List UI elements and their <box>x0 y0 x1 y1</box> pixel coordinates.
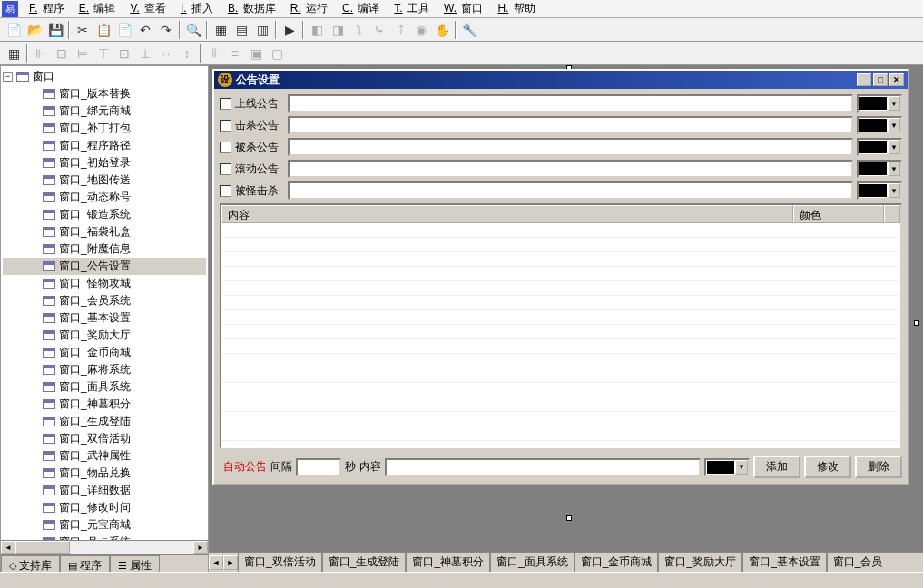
row-checkbox[interactable] <box>220 98 231 110</box>
layout3-icon[interactable]: ▥ <box>252 20 272 40</box>
editor-tab[interactable]: 窗口_双倍活动 <box>238 553 322 573</box>
modify-button[interactable]: 修改 <box>804 456 851 478</box>
save-icon[interactable]: 💾 <box>45 20 65 40</box>
tree-item[interactable]: 窗口_福袋礼盒 <box>3 223 206 240</box>
tree-item[interactable]: 窗口_详细数据 <box>3 482 206 499</box>
tree-item[interactable]: 窗口_双倍活动 <box>3 430 206 447</box>
tab-scroll-left[interactable]: ◄ <box>209 555 223 570</box>
row-color-combo[interactable]: ▼ <box>857 181 902 200</box>
editor-tab[interactable]: 窗口_奖励大厅 <box>658 553 742 573</box>
row-text-input[interactable] <box>288 94 853 113</box>
layout2-icon[interactable]: ▤ <box>231 20 251 40</box>
menu-w[interactable]: W. 窗口 <box>437 0 490 18</box>
tree-item[interactable]: 窗口_附魔信息 <box>3 240 206 258</box>
tree-item[interactable]: 窗口_金币商城 <box>3 344 206 361</box>
announcement-listview[interactable]: 内容 颜色 <box>220 203 902 448</box>
tree-item[interactable]: 窗口_会员系统 <box>3 292 206 309</box>
wizard-icon[interactable]: 🔧 <box>459 20 479 40</box>
tree-item[interactable]: 窗口_月卡系统 <box>3 534 206 540</box>
row-checkbox[interactable] <box>220 142 231 153</box>
row-checkbox[interactable] <box>220 185 231 197</box>
tree-item[interactable]: 窗口_锻造系统 <box>3 206 206 223</box>
interval-input[interactable] <box>296 458 341 476</box>
row-text-input[interactable] <box>288 160 853 178</box>
cut-icon[interactable]: ✂ <box>73 20 93 40</box>
window-icon <box>43 416 55 426</box>
tree-item[interactable]: 窗口_面具系统 <box>3 378 206 396</box>
row-color-combo[interactable]: ▼ <box>857 116 902 134</box>
window-icon <box>43 279 55 289</box>
editor-tab[interactable]: 窗口_基本设置 <box>742 553 827 573</box>
tree-item[interactable]: 窗口_基本设置 <box>3 309 206 327</box>
tree-item[interactable]: 窗口_物品兑换 <box>3 465 206 482</box>
grid-icon[interactable]: ▦ <box>4 44 24 64</box>
tree-item[interactable]: 窗口_怪物攻城 <box>3 275 206 292</box>
tree-item[interactable]: 窗口_地图传送 <box>3 172 206 189</box>
tree-item[interactable]: 窗口_动态称号 <box>3 189 206 206</box>
tree-h-scrollbar[interactable]: ◄► <box>1 540 208 554</box>
menu-c[interactable]: C. 编译 <box>335 0 387 18</box>
editor-tab[interactable]: 窗口_金币商城 <box>574 553 659 573</box>
auto-color-combo[interactable]: ▼ <box>704 458 750 476</box>
minimize-button[interactable]: _ <box>857 74 871 86</box>
menu-f[interactable]: F. 程序 <box>22 0 72 18</box>
open-file-icon[interactable]: 📂 <box>25 20 44 40</box>
tree-item[interactable]: 窗口_奖励大厅 <box>3 327 206 344</box>
new-file-icon[interactable]: 📄 <box>4 20 24 40</box>
tree-item[interactable]: 窗口_神墓积分 <box>3 396 206 413</box>
tree-item-label: 窗口_公告设置 <box>59 259 131 274</box>
tree-item[interactable]: 窗口_公告设置 <box>3 258 206 275</box>
delete-button[interactable]: 删除 <box>855 456 902 478</box>
undo-icon[interactable]: ↶ <box>135 20 155 40</box>
tree-item[interactable]: 窗口_元宝商城 <box>3 516 206 534</box>
dist-v-icon: ≡ <box>225 44 245 64</box>
tree-item[interactable]: 窗口_麻将系统 <box>3 361 206 378</box>
content-input[interactable] <box>385 458 701 476</box>
editor-tab[interactable]: 窗口_神墓积分 <box>406 553 490 573</box>
tree-item[interactable]: 窗口_补丁打包 <box>3 120 206 137</box>
window-icon <box>43 468 55 478</box>
tab-scroll-right[interactable]: ► <box>223 555 238 570</box>
tree-item[interactable]: 窗口_生成登陆 <box>3 413 206 430</box>
add-button[interactable]: 添加 <box>753 456 800 478</box>
redo-icon[interactable]: ↷ <box>156 20 176 40</box>
tree-item[interactable]: 窗口_修改时间 <box>3 499 206 516</box>
layout1-icon[interactable]: ▦ <box>211 20 231 40</box>
row-color-combo[interactable]: ▼ <box>857 138 902 156</box>
tree-item[interactable]: 窗口_初始登录 <box>3 154 206 172</box>
close-button[interactable]: ✕ <box>889 74 904 86</box>
paste-icon[interactable]: 📄 <box>114 20 134 40</box>
menu-t[interactable]: T. 工具 <box>387 0 437 18</box>
editor-tab[interactable]: 窗口_面具系统 <box>490 553 574 573</box>
row-text-input[interactable] <box>288 138 853 156</box>
row-checkbox[interactable] <box>220 120 231 132</box>
find-icon[interactable]: 🔍 <box>183 20 203 40</box>
row-text-input[interactable] <box>288 181 853 200</box>
form-designer[interactable]: 设 公告设置 _ □ ✕ 上线公告▼击杀公告▼被杀公告▼滚动公告▼被怪击杀▼ 内… <box>209 65 923 575</box>
menu-h[interactable]: H. 帮助 <box>490 0 542 18</box>
listview-body[interactable] <box>221 223 900 448</box>
editor-tab[interactable]: 窗口_生成登陆 <box>322 553 407 573</box>
copy-icon[interactable]: 📋 <box>93 20 113 40</box>
col-color[interactable]: 颜色 <box>793 205 884 223</box>
menu-v[interactable]: V. 查看 <box>123 0 173 18</box>
tree-item[interactable]: 窗口_版本替换 <box>3 85 206 103</box>
col-content[interactable]: 内容 <box>221 205 793 223</box>
editor-tab[interactable]: 窗口_会员 <box>827 553 889 573</box>
tree-item[interactable]: 窗口_程序路径 <box>3 137 206 154</box>
tree-item[interactable]: 窗口_绑元商城 <box>3 103 206 120</box>
menu-b[interactable]: B. 数据库 <box>221 0 283 18</box>
row-text-input[interactable] <box>288 116 853 134</box>
menu-r[interactable]: R. 运行 <box>283 0 335 18</box>
project-tree[interactable]: − 窗口 窗口_版本替换窗口_绑元商城窗口_补丁打包窗口_程序路径窗口_初始登录… <box>1 66 208 540</box>
row-color-combo[interactable]: ▼ <box>857 160 902 178</box>
form-window[interactable]: 设 公告设置 _ □ ✕ 上线公告▼击杀公告▼被杀公告▼滚动公告▼被怪击杀▼ 内… <box>212 69 909 485</box>
row-checkbox[interactable] <box>220 163 231 175</box>
menu-i[interactable]: I. 插入 <box>173 0 221 18</box>
run-icon[interactable]: ▶ <box>280 20 299 40</box>
tree-item[interactable]: 窗口_武神属性 <box>3 447 206 465</box>
maximize-button[interactable]: □ <box>873 74 888 86</box>
tree-collapse-icon[interactable]: − <box>3 72 13 82</box>
menu-e[interactable]: E. 编辑 <box>72 0 123 18</box>
row-color-combo[interactable]: ▼ <box>857 94 902 113</box>
